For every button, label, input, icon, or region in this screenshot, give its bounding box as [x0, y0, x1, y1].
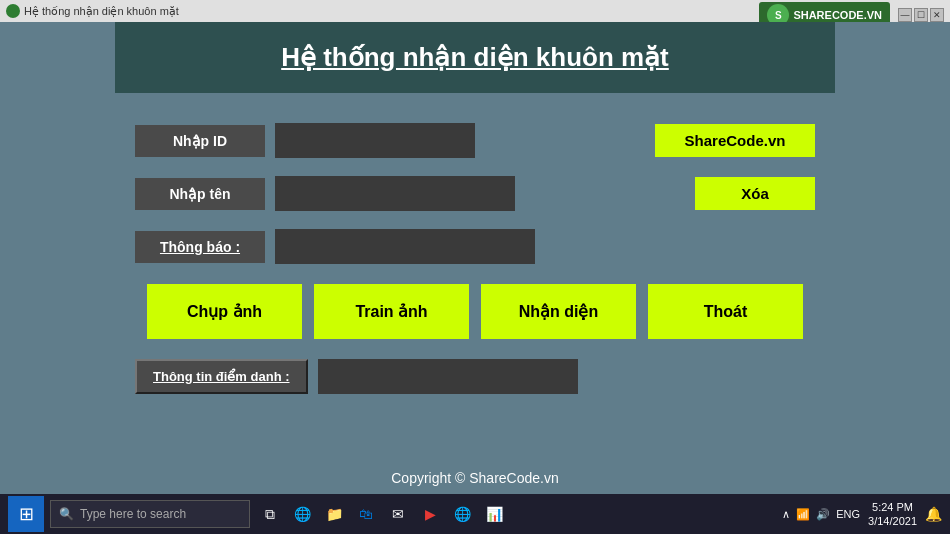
tray-volume: 🔊 — [816, 508, 830, 521]
search-placeholder: Type here to search — [80, 507, 186, 521]
app3-icon[interactable]: 📊 — [480, 500, 508, 528]
time-display: 5:24 PM — [868, 500, 917, 514]
close-button[interactable]: ✕ — [930, 8, 944, 22]
form-section: Nhập ID ShareCode.vn Nhập tên Xóa Thông … — [115, 123, 835, 264]
app-icon — [6, 4, 20, 18]
task-view-icon[interactable]: ⧉ — [256, 500, 284, 528]
search-bar[interactable]: 🔍 Type here to search — [50, 500, 250, 528]
tray-lang: ENG — [836, 508, 860, 520]
app2-icon[interactable]: 🌐 — [448, 500, 476, 528]
explorer-icon[interactable]: 📁 — [320, 500, 348, 528]
taskbar-right: ∧ 📶 🔊 ENG 5:24 PM 3/14/2021 🔔 — [782, 500, 942, 529]
main-buttons-row: Chụp ảnh Train ảnh Nhận diện Thoát — [135, 284, 815, 339]
taskbar: ⊞ 🔍 Type here to search ⧉ 🌐 📁 🛍 ✉ ▶ 🌐 📊 … — [0, 494, 950, 534]
mail-icon[interactable]: ✉ — [384, 500, 412, 528]
minimize-button[interactable]: — — [898, 8, 912, 22]
start-button[interactable]: ⊞ — [8, 496, 44, 532]
thong-bao-label: Thông báo : — [135, 231, 265, 263]
nhap-ten-label: Nhập tên — [135, 178, 265, 210]
chup-anh-button[interactable]: Chụp ảnh — [147, 284, 302, 339]
nhap-id-row: Nhập ID ShareCode.vn — [135, 123, 815, 158]
edge-icon[interactable]: 🌐 — [288, 500, 316, 528]
app1-icon[interactable]: ▶ — [416, 500, 444, 528]
nhap-ten-row: Nhập tên Xóa — [135, 176, 815, 211]
nhap-id-input[interactable] — [275, 123, 475, 158]
title-bar-left: Hệ thống nhận diện khuôn mặt — [6, 4, 179, 18]
app-header: Hệ thống nhận diện khuôn mặt — [115, 22, 835, 93]
date-display: 3/14/2021 — [868, 514, 917, 528]
maximize-button[interactable]: ☐ — [914, 8, 928, 22]
title-bar-text: Hệ thống nhận diện khuôn mặt — [24, 5, 179, 18]
tray-chevron[interactable]: ∧ — [782, 508, 790, 521]
app-title: Hệ thống nhận diện khuôn mặt — [115, 42, 835, 73]
thoat-button[interactable]: Thoát — [648, 284, 803, 339]
xoa-button[interactable]: Xóa — [695, 177, 815, 210]
nhan-dien-button[interactable]: Nhận diện — [481, 284, 636, 339]
attendance-row: Thông tin điểm danh : — [135, 359, 815, 394]
sharecode-button[interactable]: ShareCode.vn — [655, 124, 815, 157]
taskbar-icons: ⧉ 🌐 📁 🛍 ✉ ▶ 🌐 📊 — [256, 500, 508, 528]
attendance-display — [318, 359, 578, 394]
attendance-label: Thông tin điểm danh : — [135, 359, 308, 394]
logo-text: SHARECODE.VN — [793, 9, 882, 21]
app-panel: Hệ thống nhận diện khuôn mặt Nhập ID Sha… — [115, 22, 835, 394]
system-tray: ∧ 📶 🔊 ENG — [782, 508, 860, 521]
store-icon[interactable]: 🛍 — [352, 500, 380, 528]
taskbar-time: 5:24 PM 3/14/2021 — [868, 500, 917, 529]
title-bar-controls[interactable]: — ☐ ✕ — [898, 8, 944, 22]
train-anh-button[interactable]: Train ảnh — [314, 284, 469, 339]
tray-wifi: 📶 — [796, 508, 810, 521]
main-bg: Hệ thống nhận diện khuôn mặt Nhập ID Sha… — [0, 22, 950, 494]
thong-bao-display — [275, 229, 535, 264]
notification-icon[interactable]: 🔔 — [925, 506, 942, 522]
title-bar: Hệ thống nhận diện khuôn mặt S SHARECODE… — [0, 0, 950, 22]
nhap-ten-input[interactable] — [275, 176, 515, 211]
nhap-id-label: Nhập ID — [135, 125, 265, 157]
footer-copyright: Copyright © ShareCode.vn — [391, 470, 559, 494]
thong-bao-row: Thông báo : — [135, 229, 815, 264]
